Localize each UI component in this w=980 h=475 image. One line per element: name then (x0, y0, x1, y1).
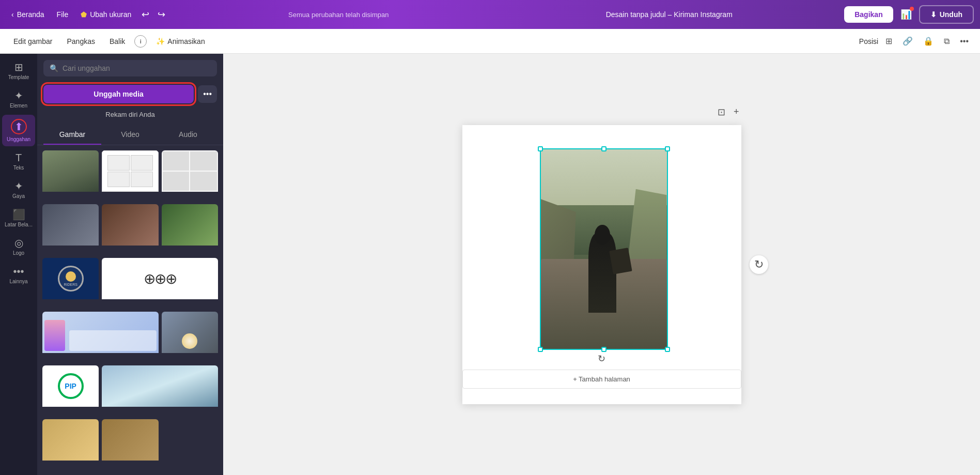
teks-icon: T (15, 152, 22, 163)
sidebar-item-gaya[interactable]: ✦ Gaya (2, 177, 35, 203)
duplicate-button[interactable]: ⧉ (941, 34, 953, 49)
document-title: Desain tanpa judul – Kiriman Instagram (606, 10, 733, 19)
refresh-icon: ↻ (754, 258, 764, 271)
upload-media-button[interactable]: Unggah media (43, 85, 194, 103)
autosave-status: Semua perubahan telah disimpan (288, 11, 388, 19)
sidebar-item-unggahan[interactable]: ⬆ Unggahan (2, 115, 35, 146)
handle-top-left[interactable] (538, 146, 543, 151)
tab-gambar[interactable]: Gambar (43, 125, 101, 145)
grid-view-button[interactable]: ⊞ (882, 33, 895, 49)
lainnya-icon: ••• (13, 266, 24, 277)
undo-icon: ↩ (142, 9, 149, 20)
list-item[interactable] (42, 312, 159, 362)
list-item[interactable] (42, 419, 99, 470)
toolbar-right: Posisi ⊞ 🔗 🔒 ⧉ ••• (859, 33, 972, 49)
pangkas-button[interactable]: Pangkas (61, 34, 100, 49)
resize-button[interactable]: ⬟ Ubah ukuran (75, 7, 136, 22)
file-menu-button[interactable]: File (52, 7, 74, 22)
canvas-add-page-top-button[interactable]: + (732, 104, 741, 120)
template-icon: ⊞ (14, 62, 23, 72)
handle-bottom-center[interactable] (601, 347, 606, 352)
sidebar-item-logo[interactable]: ◎ Logo (2, 234, 35, 260)
redo-icon: ↪ (158, 9, 165, 20)
lock-button[interactable]: 🔒 (920, 33, 937, 49)
rekam-link[interactable]: Rekam diri Anda (105, 111, 154, 118)
list-item[interactable] (162, 150, 218, 201)
list-item[interactable] (102, 204, 158, 255)
animasikan-icon: ✨ (156, 37, 165, 45)
add-page-icon: + (734, 106, 739, 117)
balik-button[interactable]: Balik (104, 34, 130, 49)
animasikan-button[interactable]: ✨ Animasikan (151, 34, 210, 49)
list-item[interactable]: PIP (42, 365, 99, 416)
more-toolbar-button[interactable]: ••• (957, 34, 972, 49)
stats-wrapper: 📊 (897, 6, 915, 23)
handle-bottom-left[interactable] (538, 347, 543, 352)
notif-dot (910, 7, 914, 11)
latar-icon: ⬛ (12, 209, 25, 220)
info-button[interactable]: i (134, 35, 147, 48)
link-button[interactable]: 🔗 (899, 33, 916, 49)
sidebar-item-teks[interactable]: T Teks (2, 148, 35, 175)
lainnya-label: Lainnya (9, 279, 27, 284)
add-page-bar[interactable]: + Tambah halaman (462, 370, 741, 389)
gaya-icon: ✦ (14, 181, 23, 191)
sidebar-item-template[interactable]: ⊞ Template (2, 58, 35, 84)
search-input[interactable] (63, 64, 211, 72)
latar-label: Latar Bela... (5, 222, 33, 227)
list-item[interactable] (42, 204, 99, 255)
list-item[interactable] (102, 365, 218, 416)
unduh-button[interactable]: ⬇ Unduh (919, 5, 974, 24)
search-box: 🔍 (43, 60, 217, 76)
sidebar-icons: ⊞ Template ✦ Elemen ⬆ Unggahan T Teks ✦ … (0, 54, 37, 475)
topbar-center: Semua perubahan telah disimpan (173, 11, 504, 19)
lock-icon: 🔒 (923, 36, 934, 46)
panel-search-area: 🔍 (37, 54, 223, 81)
handle-top-right[interactable] (665, 146, 670, 151)
canvas-top-icons: ⊡ + (715, 104, 741, 120)
undo-button[interactable]: ↩ (138, 6, 152, 23)
main-layout: ⊞ Template ✦ Elemen ⬆ Unggahan T Teks ✦ … (0, 54, 980, 475)
tab-audio[interactable]: Audio (159, 125, 217, 145)
unggahan-label: Unggahan (7, 136, 30, 142)
handle-top-center[interactable] (601, 146, 606, 151)
elemen-label: Elemen (10, 103, 27, 109)
refresh-button[interactable]: ↻ (750, 255, 768, 274)
sidebar-item-elemen[interactable]: ✦ Elemen (2, 86, 35, 113)
upload-more-button[interactable]: ••• (198, 85, 217, 103)
info-icon: i (140, 38, 142, 44)
logo-icon: ◎ (14, 238, 23, 248)
upload-panel: 🔍 Unggah media ••• Rekam diri Anda Gamba… (37, 54, 223, 475)
grid-icon: ⊞ (885, 36, 892, 46)
list-item[interactable] (42, 150, 99, 201)
image-frame[interactable]: ↻ (540, 148, 668, 350)
rotate-handle[interactable]: ↻ (598, 353, 605, 364)
elemen-icon: ✦ (14, 90, 23, 101)
list-item[interactable] (102, 150, 158, 201)
redo-button[interactable]: ↪ (154, 6, 168, 23)
home-button[interactable]: ‹ Beranda (6, 7, 50, 22)
topbar: ‹ Beranda File ⬟ Ubah ukuran ↩ ↪ Semua p… (0, 0, 980, 29)
search-icon: 🔍 (50, 64, 58, 72)
list-item[interactable] (102, 419, 158, 470)
tab-video[interactable]: Video (101, 125, 159, 145)
secondary-toolbar: Edit gambar Pangkas Balik i ✨ Animasikan… (0, 29, 980, 54)
edit-gambar-button[interactable]: Edit gambar (8, 34, 57, 49)
canvas-fit-button[interactable]: ⊡ (715, 104, 727, 120)
fit-icon: ⊡ (718, 107, 725, 117)
list-item[interactable] (162, 204, 218, 255)
canvas-area: ⊡ + (223, 54, 980, 475)
list-item[interactable]: RIDERS (42, 258, 99, 309)
handle-bottom-right[interactable] (665, 347, 670, 352)
bagikan-button[interactable]: Bagikan (844, 6, 893, 23)
teks-label: Teks (13, 165, 24, 171)
duplicate-icon: ⧉ (944, 37, 950, 46)
list-item[interactable] (162, 312, 218, 362)
resize-icon: ⬟ (81, 10, 87, 19)
canvas-wrapper: ⊡ + (462, 125, 741, 404)
sidebar-item-lainnya[interactable]: ••• Lainnya (2, 262, 35, 288)
list-item[interactable]: ⊕⊕⊕ (102, 258, 218, 309)
media-tabs: Gambar Video Audio (37, 125, 223, 145)
sidebar-item-latar[interactable]: ⬛ Latar Bela... (2, 205, 35, 232)
logo-label: Logo (13, 250, 24, 256)
